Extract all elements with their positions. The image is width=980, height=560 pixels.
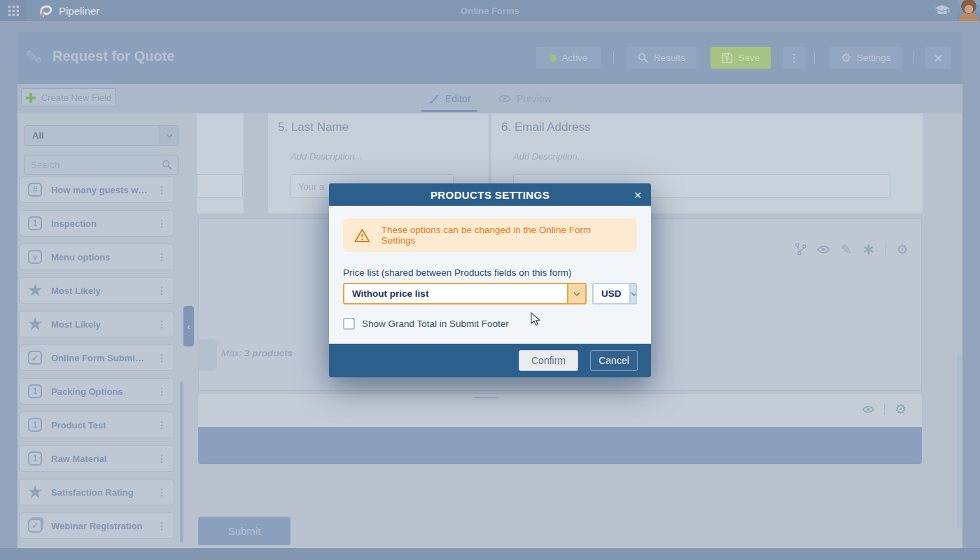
brush-icon: [428, 93, 440, 104]
chevron-down-icon[interactable]: [629, 284, 637, 303]
sidebar-scrollbar[interactable]: [180, 382, 183, 542]
sidebar-field-item[interactable]: ∨ Menu options ⋮: [19, 244, 174, 270]
sidebar-field-item[interactable]: ★ Satisfaction Rating ⋮: [19, 479, 174, 505]
kebab-icon[interactable]: ⋮: [157, 318, 167, 330]
kebab-icon: ⋮: [789, 52, 799, 64]
grand-total-label: Show Grand Total in Submit Footer: [362, 318, 509, 329]
kebab-icon[interactable]: ⋮: [157, 184, 167, 195]
topbar-page-title: Online Forms: [0, 0, 980, 21]
field-actions-toolbar: ✎ ∗ ⚙: [795, 241, 909, 258]
field-filter-select[interactable]: All: [24, 125, 178, 146]
form-title: Request for Quote: [52, 48, 174, 64]
kebab-icon[interactable]: ⋮: [157, 352, 167, 363]
footer-actions-toolbar: ⚙: [862, 401, 906, 417]
submit-footer-section[interactable]: [198, 427, 922, 464]
user-avatar[interactable]: [958, 0, 980, 21]
save-button[interactable]: Save: [710, 47, 771, 69]
drag-handle[interactable]: [475, 397, 498, 398]
chevron-down-icon: [160, 126, 178, 145]
dropdown-icon: ∨: [28, 250, 42, 264]
canvas-scrollbar[interactable]: [957, 354, 962, 528]
warning-icon: [354, 228, 370, 243]
kebab-icon[interactable]: ⋮: [157, 486, 167, 498]
bottom-bar: [0, 548, 980, 560]
modal-close-button[interactable]: ×: [629, 187, 646, 202]
app-grid-icon[interactable]: [0, 0, 27, 21]
tab-preview[interactable]: Preview: [498, 90, 552, 108]
kebab-icon[interactable]: ⋮: [157, 218, 167, 229]
price-list-select[interactable]: Without price list: [343, 283, 587, 304]
currency-select[interactable]: USD: [592, 283, 637, 304]
create-new-field-button[interactable]: Create New Field: [21, 88, 116, 107]
academy-button[interactable]: [927, 0, 958, 21]
asterisk-icon[interactable]: ∗: [862, 241, 875, 258]
kebab-icon[interactable]: ⋮: [157, 386, 167, 397]
active-tab-underline: [421, 110, 477, 112]
sidebar-field-item[interactable]: ✓ Online Form Submission ⋮: [19, 344, 174, 371]
modal-header: PRODUCTS SETTINGS ×: [329, 183, 651, 206]
chevron-down-icon[interactable]: [567, 284, 585, 303]
field-description[interactable]: Add Description...: [290, 151, 363, 162]
search-icon: [162, 160, 172, 170]
kebab-icon[interactable]: ⋮: [157, 285, 167, 296]
submit-footer-panel[interactable]: [198, 394, 922, 427]
field-title: 6. Email Address: [501, 120, 591, 134]
modal-title: PRODUCTS SETTINGS: [430, 189, 550, 201]
sidebar-field-item[interactable]: ✓ Webinar Registration ⋮: [19, 512, 174, 539]
brand-name: Pipeliner: [59, 5, 99, 17]
active-status-button[interactable]: Active: [536, 47, 601, 69]
results-button[interactable]: Results: [626, 47, 696, 69]
sidebar-field-item[interactable]: # How many guests will y... ⋮: [19, 176, 174, 203]
grand-total-checkbox[interactable]: [343, 318, 355, 330]
answer-input[interactable]: [197, 174, 243, 198]
field-mapping-icon[interactable]: [795, 243, 806, 255]
field-title: 5. Last Name: [278, 120, 349, 134]
sidebar-collapse-handle[interactable]: ‹: [183, 306, 194, 346]
pipeliner-logo[interactable]: Pipeliner: [38, 3, 99, 18]
gear-icon: ⚙: [841, 52, 850, 64]
modal-footer: Confirm Cancel: [329, 344, 651, 377]
field-search: [24, 155, 178, 175]
kebab-icon[interactable]: ⋮: [157, 251, 167, 262]
field-description[interactable]: Add Description...: [513, 151, 585, 162]
star-icon: ★: [28, 317, 42, 331]
multicheck-icon: ✓: [28, 519, 42, 533]
price-list-label: Price list (shared between Products fiel…: [343, 267, 637, 278]
star-icon: ★: [28, 485, 42, 499]
max-products-note: Max: 3 products: [221, 348, 293, 358]
close-icon: ×: [634, 188, 641, 202]
kebab-icon[interactable]: ⋮: [157, 453, 167, 464]
more-options-button[interactable]: ⋮: [783, 47, 806, 69]
kebab-icon[interactable]: ⋮: [157, 419, 167, 430]
search-input[interactable]: [25, 160, 162, 170]
sidebar-field-item[interactable]: ★ Most Likely ⋮: [19, 277, 174, 304]
settings-button[interactable]: ⚙ Settings: [830, 47, 902, 69]
pencil-icon[interactable]: ✎: [841, 241, 852, 258]
sidebar-field-item[interactable]: 1 Inspection ⋮: [19, 210, 174, 237]
eye-icon[interactable]: [862, 405, 874, 414]
sidebar-field-item[interactable]: 1 Raw Material ⋮: [19, 445, 174, 472]
save-icon: [722, 52, 733, 64]
number-icon: #: [28, 183, 42, 197]
products-settings-modal: PRODUCTS SETTINGS × These options can be…: [329, 183, 651, 377]
submit-button[interactable]: Submit: [198, 517, 290, 545]
kebab-icon[interactable]: ⋮: [157, 520, 167, 531]
warning-banner: These options can be changed in the Onli…: [343, 218, 637, 252]
product-icon: 1: [28, 451, 42, 465]
eye-icon[interactable]: [817, 245, 830, 254]
sidebar-field-item[interactable]: 1 Packing Options ⋮: [19, 378, 174, 405]
tab-editor[interactable]: Editor: [428, 90, 471, 108]
cancel-button[interactable]: Cancel: [590, 350, 638, 371]
confirm-button[interactable]: Confirm: [519, 350, 578, 371]
editor-toolbar: [18, 84, 962, 113]
toolbar-divider: [884, 404, 885, 415]
gear-icon[interactable]: ⚙: [895, 401, 906, 417]
gear-icon[interactable]: ⚙: [897, 241, 909, 258]
modal-body: These options can be changed in the Onli…: [329, 206, 651, 344]
sidebar-field-item[interactable]: ★ Most Likely ⋮: [19, 311, 174, 337]
sidebar-field-item[interactable]: 1 Product Test ⋮: [19, 412, 174, 438]
product-icon: 1: [28, 384, 42, 398]
toolbar-divider: [886, 243, 886, 255]
warning-text: These options can be changed in the Onli…: [382, 225, 626, 246]
close-form-button[interactable]: ×: [925, 47, 951, 69]
